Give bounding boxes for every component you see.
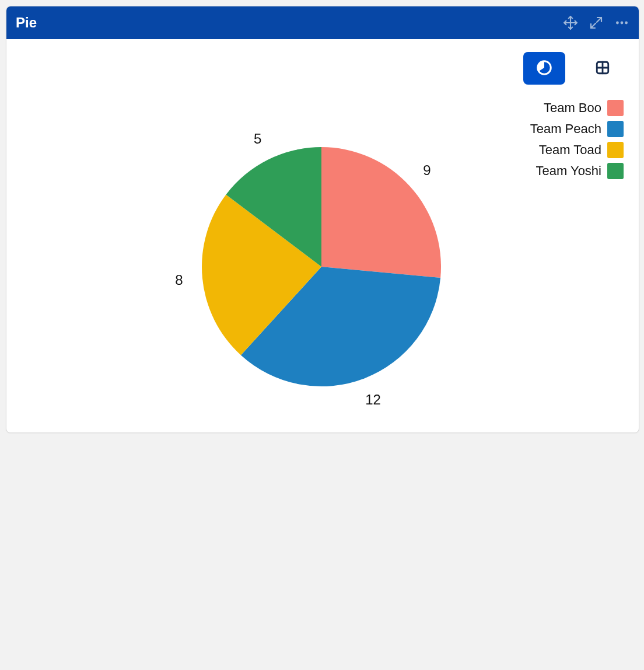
expand-icon[interactable]	[589, 15, 604, 30]
svg-point-2	[625, 22, 628, 25]
pie-chart-area: 91285	[6, 39, 639, 432]
pie-slice-label: 8	[175, 272, 183, 288]
pie-chart-svg	[6, 39, 639, 432]
pie-slice-label: 9	[423, 162, 430, 179]
panel-header: Pie	[6, 6, 639, 39]
more-icon[interactable]	[614, 15, 629, 30]
panel-header-actions	[563, 15, 629, 30]
panel-title: Pie	[16, 15, 37, 31]
pie-slice-label: 12	[365, 392, 381, 408]
panel-body: Team Boo Team Peach Team Toad Team Yoshi…	[6, 39, 639, 432]
svg-point-1	[621, 22, 624, 25]
svg-point-0	[616, 22, 619, 25]
pie-slice-label: 5	[254, 131, 261, 147]
chart-panel: Pie	[6, 6, 639, 433]
move-icon[interactable]	[563, 15, 578, 30]
